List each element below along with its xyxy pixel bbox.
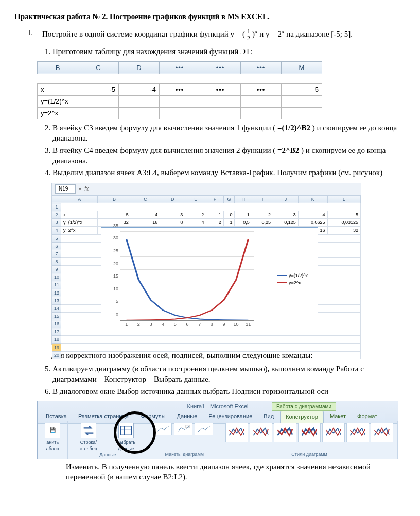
row-x: x -5 -4 ••• ••• ••• 5	[38, 84, 322, 96]
step-5: Активируем диаграмму (в области построен…	[52, 364, 406, 385]
col-ellipsis: •••	[160, 61, 200, 74]
row-y1: y=(1/2)^x	[38, 96, 322, 108]
switch-row-column-button[interactable]: Строка/столбец	[72, 423, 104, 452]
group-layouts-label: Макеты диаграмм	[165, 451, 204, 457]
group-styles-label: Стили диаграмм	[291, 451, 327, 457]
style-option[interactable]	[298, 423, 321, 442]
excel-table-template: B C D ••• ••• ••• M x -5 -4 ••• ••• ••• …	[37, 61, 322, 120]
task-text-a: Постройте в одной системе координат граф…	[42, 30, 231, 38]
style-option[interactable]	[274, 423, 296, 442]
step-4: Выделим диапазон ячеек А3:L4, выберем ко…	[52, 167, 406, 178]
context-tab-header: Работа с диаграммами	[272, 402, 336, 411]
task-roman: I. Постройте в одной системе координат г…	[29, 28, 406, 41]
steps-list-234: В ячейку С3 введем формулу для вычислени…	[37, 123, 406, 178]
group-data-label: Данные	[99, 452, 116, 458]
step-3: В ячейку С4 введем формулу для вычислени…	[52, 145, 406, 166]
step-2: В ячейку С3 введем формулу для вычислени…	[52, 123, 406, 144]
style-option[interactable]	[250, 423, 272, 442]
layout-option[interactable]	[174, 423, 192, 435]
style-option[interactable]	[225, 423, 248, 442]
save-icon: 💾	[45, 423, 60, 438]
select-data-button[interactable]: Выбрать данные	[109, 423, 143, 452]
name-box[interactable]: N19	[55, 184, 76, 194]
switch-icon	[81, 423, 96, 438]
steps-list-top: Приготовим таблицу для нахождения значен…	[37, 46, 406, 57]
header-row: B C D ••• ••• ••• M	[38, 61, 322, 74]
col-M: M	[282, 61, 322, 74]
task-text-c: на диапазоне [-5; 5].	[286, 30, 353, 38]
step-6: В диалоговом окне Выбор источника данных…	[52, 386, 406, 397]
style-option[interactable]	[371, 423, 393, 442]
row-y2: y=2^x	[38, 108, 322, 119]
steps-list-56: Активируем диаграмму (в области построен…	[37, 364, 406, 397]
col-C: C	[78, 61, 119, 74]
style-option[interactable]	[346, 423, 369, 442]
roman-num: I.	[29, 28, 42, 41]
step-1: Приготовим таблицу для нахождения значен…	[52, 46, 406, 57]
step-6-cont: Изменить. В полученную панель ввести диа…	[66, 461, 406, 483]
dropdown-icon[interactable]: ▾	[79, 185, 81, 193]
col-ellipsis: •••	[241, 61, 282, 74]
excel-screenshot-chart: N19 ▾ fx ABC DEF GHI JKL 1 2 x-5-4-3-2-1…	[51, 183, 361, 345]
eq1: y = (12)x	[231, 30, 260, 38]
plot-area: 0 5 10 15 20 25 30 35 1 2 3 4 5 6 7 8 9 …	[120, 232, 254, 321]
chart-styles-gallery[interactable]	[225, 423, 393, 442]
chart-legend: y=(1/2)^x y=2^x	[273, 269, 312, 289]
embedded-chart[interactable]: 0 5 10 15 20 25 30 35 1 2 3 4 5 6 7 8 9 …	[101, 227, 318, 334]
layout-option[interactable]	[195, 423, 213, 435]
task-text-b: и	[259, 30, 266, 38]
col-B: B	[38, 61, 78, 74]
fx-icon[interactable]: fx	[84, 185, 89, 193]
chart-lines	[120, 232, 254, 320]
excel-ribbon-screenshot: Книга1 - Microsoft Excel Работа с диагра…	[37, 401, 398, 459]
layout-option[interactable]	[153, 423, 172, 435]
chart-layouts-gallery[interactable]	[153, 423, 215, 435]
col-ellipsis: •••	[200, 61, 241, 74]
select-data-icon	[118, 423, 134, 438]
col-D: D	[119, 61, 160, 74]
save-template-button[interactable]: 💾 анитьаблон	[45, 423, 60, 452]
page-title: Практическая работа № 2. Построение граф…	[14, 11, 406, 22]
eq2: y = 2x	[266, 30, 286, 38]
svg-rect-0	[121, 426, 132, 434]
window-title: Книга1 - Microsoft Excel	[187, 403, 249, 409]
style-option[interactable]	[322, 423, 345, 442]
